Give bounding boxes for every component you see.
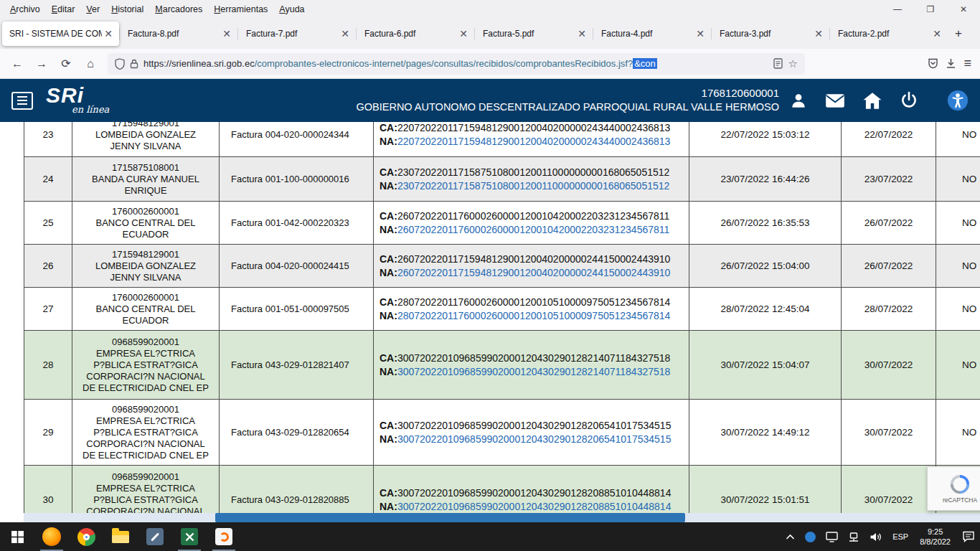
recaptcha-badge[interactable]: reCAPTCHA [927,466,980,511]
excel-taskbar-icon[interactable] [172,522,207,551]
tab-bar: SRI - SISTEMA DE COMP ✕ Factura-8.pdf ✕ … [0,19,980,49]
tab-factura-8[interactable]: Factura-8.pdf ✕ [121,22,237,46]
entity-block: 1768120600001 GOBIERNO AUTONOMO DESCENTR… [356,86,779,115]
clock[interactable]: 9:25 8/8/2022 [913,522,957,551]
tab-close-icon[interactable]: ✕ [812,27,825,40]
reload-button[interactable]: ⟳ [55,54,77,74]
authorization-number-link[interactable]: 2207202201171594812900120040200000243440… [397,136,670,147]
sidebar-menu-button[interactable] [11,92,33,110]
app-menu-icon[interactable]: ≡ [963,56,971,71]
mail-icon[interactable] [825,93,845,108]
tab-close-icon[interactable]: ✕ [220,27,233,40]
row-number: 24 [24,157,72,202]
lock-icon[interactable] [130,59,138,69]
tab-factura-4[interactable]: Factura-4.pdf ✕ [594,22,711,46]
url-bar[interactable]: https://srienlinea.sri.gob.ec/comprobant… [108,53,805,75]
notification-center-icon[interactable] [957,522,980,551]
menu-ver[interactable]: Ver [80,1,105,17]
clock-date: 8/8/2022 [920,537,951,547]
table-row[interactable]: 23 1715948129001 LOMBEIDA GONZALEZ JENNY… [24,122,980,157]
na-label: NA: [380,136,397,147]
volume-icon[interactable] [864,522,887,551]
authorization-number-link[interactable]: 2607202201176000260000120010420002203231… [397,224,669,235]
bookmark-star-icon[interactable]: ☆ [788,57,798,70]
display-icon[interactable] [821,522,843,551]
table-row[interactable]: 28 0968599020001 EMPRESA EL?CTRICA P?BLI… [24,331,980,400]
tab-factura-2[interactable]: Factura-2.pdf ✕ [831,22,948,46]
ca-label: CA: [380,296,397,308]
pocket-icon[interactable] [928,58,938,69]
issue-date: 26/07/2022 [842,245,936,288]
authorization-number-link[interactable]: 2807202201176000260000120010510000975051… [397,310,670,321]
tab-factura-5[interactable]: Factura-5.pdf ✕ [476,22,593,46]
tab-close-icon[interactable]: ✕ [102,27,115,40]
downloads-icon[interactable] [946,58,956,69]
authorization-number-link[interactable]: 3007202201096859902000120430290128214071… [397,366,670,377]
network-icon[interactable] [843,522,864,551]
status-cell: NO [936,122,980,157]
tab-label: Factura-7.pdf [246,29,339,39]
notes-app-taskbar-icon[interactable] [138,522,172,551]
new-tab-button[interactable]: + [948,24,969,44]
forward-button[interactable]: → [30,54,53,74]
na-label: NA: [380,180,397,192]
ca-label: CA: [380,253,397,265]
authorization-number-link[interactable]: 2307202201171587510800120011000000000168… [397,180,669,192]
access-key-value: 3007202201096859902000120430290128206541… [397,420,672,431]
close-button[interactable]: ✕ [947,0,980,19]
horizontal-scrollbar-thumb[interactable] [215,513,685,522]
sri-logo[interactable]: SRi en línea [46,83,125,118]
horizontal-scrollbar-track[interactable] [24,513,980,522]
tab-factura-7[interactable]: Factura-7.pdf ✕ [239,22,356,46]
tab-close-icon[interactable]: ✕ [930,27,943,40]
issue-date: 28/07/2022 [842,288,936,331]
hidden-icons-chevron[interactable] [781,522,800,551]
menu-marcadores[interactable]: Marcadores [149,1,208,17]
access-key-value: 2807202201176000260000120010510000975051… [397,296,670,308]
menu-ayuda[interactable]: Ayuda [273,1,310,17]
home-icon[interactable] [862,92,882,110]
minimize-button[interactable]: — [881,0,914,19]
tab-close-icon[interactable]: ✕ [339,27,352,40]
tab-factura-6[interactable]: Factura-6.pdf ✕ [357,22,474,46]
authorization-number-link[interactable]: 3007202201096859902000120430290128208851… [397,501,672,512]
firefox-taskbar-icon[interactable] [34,522,69,551]
user-icon[interactable] [789,91,808,110]
table-row[interactable]: 27 1760002600001 BANCO CENTRAL DEL ECUAD… [24,288,980,331]
authorization-number-link[interactable]: 2607202201171594812900120040200000244150… [397,267,670,278]
back-button[interactable]: ← [6,54,29,74]
language-indicator[interactable]: ESP [887,522,913,551]
notes-app-icon [146,528,164,545]
tab-factura-3[interactable]: Factura-3.pdf ✕ [712,22,829,46]
ca-label: CA: [380,122,397,133]
table-row[interactable]: 25 1760002600001 BANCO CENTRAL DEL ECUAD… [24,202,980,245]
menu-archivo[interactable]: Archivo [4,1,46,17]
menu-historial[interactable]: Historial [105,1,149,17]
accessibility-icon[interactable] [947,90,969,111]
menu-herramientas[interactable]: Herramientas [208,1,273,17]
start-button[interactable] [0,522,34,551]
chrome-icon [77,528,95,546]
pdf-app-taskbar-icon[interactable] [207,522,241,551]
comprobantes-table-area: 23 1715948129001 LOMBEIDA GONZALEZ JENNY… [0,122,980,522]
power-icon[interactable] [900,91,918,110]
tray-app-icon-1[interactable] [800,522,821,551]
table-row[interactable]: 29 0968599020001 EMPRESA EL?CTRICA P?BLI… [24,400,980,466]
tab-close-icon[interactable]: ✕ [457,27,470,40]
home-button[interactable]: ⌂ [79,54,102,74]
table-row[interactable]: 26 1715948129001 LOMBEIDA GONZALEZ JENNY… [24,245,980,288]
tab-close-icon[interactable]: ✕ [575,27,588,40]
tab-close-icon[interactable]: ✕ [694,27,707,40]
menu-editar[interactable]: Editar [46,1,81,17]
tracking-shield-icon[interactable] [115,58,125,70]
url-text[interactable]: https://srienlinea.sri.gob.ec/comprobant… [143,58,768,69]
emitter-cell: 1715875108001 BANDA CURAY MANUEL ENRIQUE [72,157,220,202]
comprobantes-recibidos-table: 23 1715948129001 LOMBEIDA GONZALEZ JENNY… [24,122,980,522]
table-row[interactable]: 24 1715875108001 BANDA CURAY MANUEL ENRI… [24,157,980,202]
maximize-button[interactable]: ❐ [914,0,947,19]
chrome-taskbar-icon[interactable] [69,522,103,551]
file-explorer-taskbar-icon[interactable] [103,522,138,551]
authorization-number-link[interactable]: 3007202201096859902000120430290128206541… [397,433,672,445]
reader-view-icon[interactable] [773,58,783,69]
tab-sri-sistema[interactable]: SRI - SISTEMA DE COMP ✕ [2,22,119,46]
